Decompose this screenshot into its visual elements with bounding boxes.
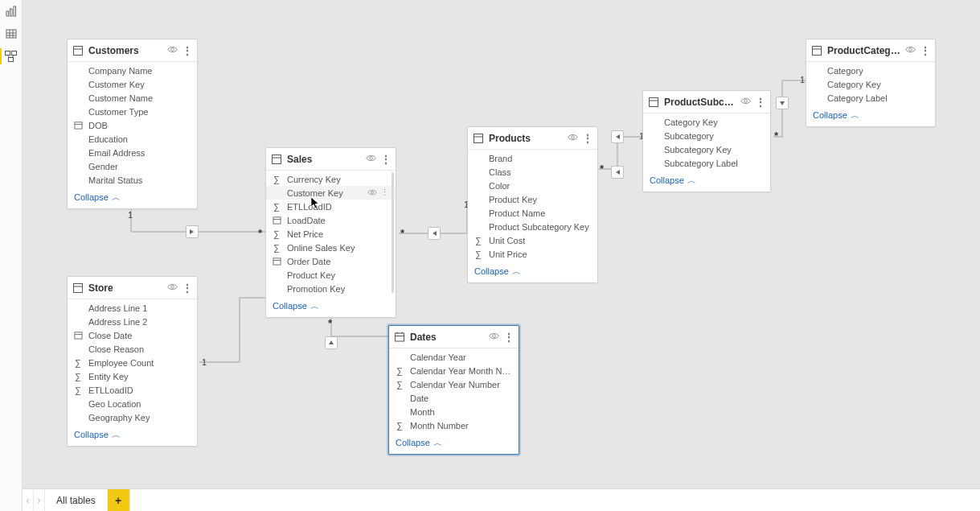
tab-add[interactable]: + — [108, 489, 130, 511]
visibility-icon[interactable] — [489, 331, 499, 344]
field[interactable]: Color — [468, 179, 597, 192]
field[interactable]: Subcategory Key — [643, 142, 770, 156]
visibility-icon[interactable] — [568, 132, 578, 145]
visibility-icon[interactable] — [740, 96, 751, 109]
visibility-icon[interactable] — [905, 44, 916, 57]
field[interactable]: Product Key — [266, 268, 396, 282]
field[interactable]: Month — [389, 405, 519, 418]
field[interactable]: Customer Type — [68, 105, 197, 118]
model-canvas[interactable]: 1 * 1 * * 1 * 1 * 1 Customers ⋮ Company … — [23, 0, 980, 488]
relationship-filter-box[interactable] — [428, 227, 441, 240]
collapse-link[interactable]: Collapse︿ — [266, 297, 396, 317]
field[interactable]: Subcategory Label — [643, 156, 770, 170]
relationship-filter-box[interactable] — [325, 336, 338, 349]
field[interactable]: Product Key — [468, 192, 597, 206]
field[interactable]: Calendar Year — [389, 350, 519, 364]
field[interactable]: Gender — [68, 159, 197, 173]
visibility-icon[interactable] — [367, 188, 377, 199]
tab-all-tables[interactable]: All tables — [45, 489, 108, 511]
field[interactable]: Customer Key ⋮ — [266, 186, 396, 200]
tab-next[interactable]: › — [34, 489, 45, 511]
more-icon[interactable]: ⋮ — [182, 282, 192, 294]
field[interactable]: Education — [68, 132, 197, 146]
field[interactable]: Category Key — [806, 77, 935, 91]
field[interactable]: ∑Calendar Year Month Number — [389, 364, 519, 377]
collapse-link[interactable]: Collapse︿ — [468, 262, 597, 282]
relationship-filter-box[interactable] — [611, 130, 624, 143]
field[interactable]: ∑Entity Key — [68, 369, 197, 383]
table-header[interactable]: Customers ⋮ — [68, 39, 197, 62]
more-icon[interactable]: ⋮ — [381, 154, 391, 165]
table-header[interactable]: Store ⋮ — [68, 277, 197, 299]
field[interactable]: Product Subcategory Key — [468, 220, 597, 233]
more-icon[interactable]: ⋮ — [583, 133, 593, 144]
field[interactable]: Category Label — [806, 91, 935, 105]
field[interactable]: ∑Online Sales Key — [266, 241, 396, 254]
visibility-icon[interactable] — [366, 153, 376, 166]
relationship-filter-box[interactable] — [776, 97, 789, 109]
collapse-link[interactable]: Collapse︿ — [68, 426, 197, 446]
field[interactable]: ∑Currency Key — [266, 172, 396, 186]
relationship-filter-box[interactable] — [186, 225, 199, 238]
table-products[interactable]: Products ⋮ Brand Class Color Product Key… — [467, 126, 598, 283]
field[interactable]: ∑Calendar Year Number — [389, 377, 519, 391]
relationship-filter-box[interactable] — [611, 166, 624, 179]
field[interactable]: LoadDate — [266, 213, 396, 227]
table-header[interactable]: Sales ⋮ — [266, 148, 396, 171]
report-view-button[interactable] — [2, 3, 21, 19]
collapse-link[interactable]: Collapse︿ — [68, 188, 197, 208]
field[interactable]: ∑Month Number — [389, 418, 519, 432]
more-icon[interactable]: ⋮ — [182, 45, 192, 56]
field[interactable]: Close Date — [68, 328, 197, 342]
table-dates[interactable]: Dates ⋮ Calendar Year ∑Calendar Year Mon… — [388, 325, 519, 455]
table-sales[interactable]: Sales ⋮ ∑Currency Key Customer Key ⋮ ∑ET… — [265, 147, 396, 318]
more-icon[interactable]: ⋮ — [504, 332, 514, 343]
scrollbar[interactable] — [392, 172, 394, 293]
table-productcategory[interactable]: ProductCategory ⋮ Category Category Key … — [806, 39, 936, 127]
field[interactable]: Email Address — [68, 146, 197, 159]
field[interactable]: Promotion Key — [266, 282, 396, 295]
data-view-button[interactable] — [2, 26, 21, 42]
table-header[interactable]: Dates ⋮ — [389, 326, 519, 348]
table-customers[interactable]: Customers ⋮ Company Name Customer Key Cu… — [67, 39, 198, 209]
visibility-icon[interactable] — [167, 282, 178, 295]
field[interactable]: Date — [389, 391, 519, 405]
field[interactable]: Subcategory — [643, 129, 770, 142]
table-header[interactable]: ProductCategory ⋮ — [806, 39, 935, 62]
field[interactable]: ∑ETLLoadID — [68, 383, 197, 397]
field[interactable]: DOB — [68, 118, 197, 132]
field[interactable]: Brand — [468, 151, 597, 165]
field[interactable]: Customer Key — [68, 77, 197, 91]
visibility-icon[interactable] — [167, 44, 178, 57]
field[interactable]: Close Reason — [68, 342, 197, 356]
field[interactable]: Category — [806, 64, 935, 77]
table-productsubcategory[interactable]: ProductSubcategory ⋮ Category Key Subcat… — [642, 90, 771, 192]
more-icon[interactable]: ⋮ — [380, 188, 389, 198]
field[interactable]: ∑Net Price — [266, 227, 396, 241]
field[interactable]: Customer Name — [68, 91, 197, 105]
collapse-link[interactable]: Collapse︿ — [643, 171, 770, 192]
table-header[interactable]: ProductSubcategory ⋮ — [643, 91, 770, 113]
more-icon[interactable]: ⋮ — [756, 97, 765, 108]
field[interactable]: Product Name — [468, 206, 597, 220]
model-view-button[interactable] — [2, 48, 21, 64]
field[interactable]: Address Line 2 — [68, 315, 197, 328]
field[interactable]: ∑ETLLoadID — [266, 200, 396, 213]
field[interactable]: Class — [468, 165, 597, 179]
tab-prev[interactable]: ‹ — [23, 489, 34, 511]
field[interactable]: ∑Unit Price — [468, 247, 597, 261]
field[interactable]: Marital Status — [68, 173, 197, 187]
collapse-link[interactable]: Collapse︿ — [806, 106, 935, 126]
field[interactable]: Category Key — [643, 115, 770, 129]
field[interactable]: Geography Key — [68, 410, 197, 424]
collapse-link[interactable]: Collapse︿ — [389, 434, 519, 454]
table-store[interactable]: Store ⋮ Address Line 1 Address Line 2 Cl… — [67, 276, 198, 447]
more-icon[interactable]: ⋮ — [921, 45, 930, 56]
field[interactable]: ∑Unit Cost — [468, 233, 597, 247]
field[interactable]: Geo Location — [68, 397, 197, 410]
field[interactable]: Address Line 1 — [68, 301, 197, 315]
table-header[interactable]: Products ⋮ — [468, 127, 597, 150]
field[interactable]: Company Name — [68, 64, 197, 77]
field[interactable]: ∑Employee Count — [68, 356, 197, 369]
field[interactable]: Order Date — [266, 254, 396, 268]
